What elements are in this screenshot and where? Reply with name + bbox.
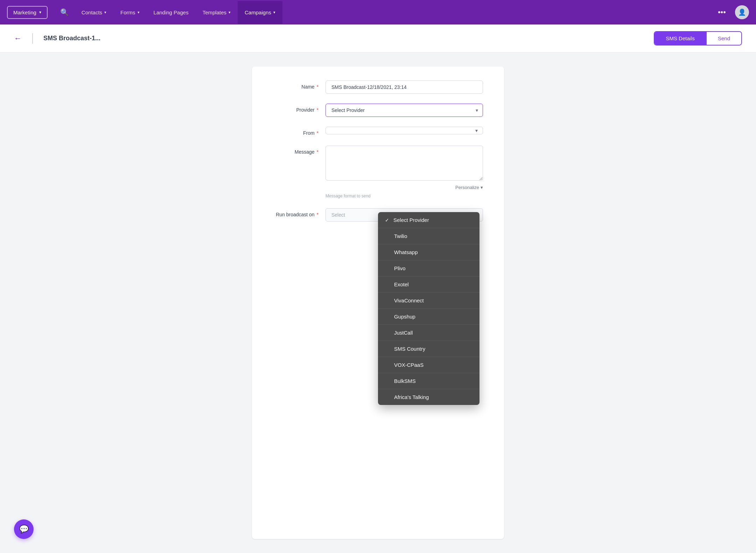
from-label: From * xyxy=(273,127,318,136)
dropdown-item-label: Plivo xyxy=(394,265,406,271)
marketing-label: Marketing xyxy=(13,9,36,15)
dropdown-item-3[interactable]: Plivo xyxy=(378,260,479,276)
message-col: Personalize ▾ Message format to send xyxy=(326,146,483,198)
dropdown-item-1[interactable]: Twilio xyxy=(378,228,479,244)
dropdown-item-label: JustCall xyxy=(394,330,413,336)
contacts-label: Contacts xyxy=(82,9,102,15)
dropdown-item-label: Select Provider xyxy=(393,217,429,223)
personalize-bar: Personalize ▾ xyxy=(326,185,483,190)
from-chevron-icon: ▾ xyxy=(475,128,478,133)
chat-bubble-button[interactable]: 💬 xyxy=(14,519,34,539)
contacts-chevron-icon: ▾ xyxy=(104,10,106,15)
dropdown-item-label: Twilio xyxy=(394,233,407,239)
dropdown-item-label: Exotel xyxy=(394,281,409,287)
dropdown-item-7[interactable]: JustCall xyxy=(378,325,479,341)
header-divider xyxy=(32,33,33,44)
campaigns-label: Campaigns xyxy=(245,9,271,15)
search-icon: 🔍 xyxy=(60,8,69,16)
forms-label: Forms xyxy=(120,9,135,15)
dropdown-item-label: Gupshup xyxy=(394,314,415,320)
from-row: From * ▾ xyxy=(273,127,483,136)
dropdown-item-8[interactable]: SMS Country xyxy=(378,341,479,357)
dropdown-item-label: Whatsapp xyxy=(394,249,418,255)
name-row: Name * xyxy=(273,80,483,94)
back-icon: ← xyxy=(14,34,22,43)
provider-required: * xyxy=(317,107,318,113)
campaigns-chevron-icon: ▾ xyxy=(273,10,275,15)
templates-chevron-icon: ▾ xyxy=(229,10,231,15)
main-content: Name * Provider * Select Provider ▾ ✓Sel… xyxy=(0,52,756,553)
from-select[interactable]: ▾ xyxy=(326,127,483,134)
user-avatar[interactable]: 👤 xyxy=(735,5,749,19)
provider-label: Provider * xyxy=(273,104,318,113)
check-icon: ✓ xyxy=(385,217,389,223)
more-icon: ••• xyxy=(718,8,726,16)
broadcast-label: Run broadcast on * xyxy=(273,208,318,217)
broadcast-placeholder: Select xyxy=(331,212,345,218)
templates-label: Templates xyxy=(203,9,226,15)
dropdown-item-6[interactable]: Gupshup xyxy=(378,309,479,325)
dropdown-item-label: Africa's Talking xyxy=(394,394,429,400)
from-required: * xyxy=(317,130,318,136)
name-required: * xyxy=(317,84,318,90)
search-button[interactable]: 🔍 xyxy=(55,5,75,19)
message-required: * xyxy=(317,149,318,155)
landing-pages-label: Landing Pages xyxy=(154,9,189,15)
provider-dropdown: ✓Select ProviderTwilioWhatsappPlivoExote… xyxy=(378,212,479,405)
page-title: SMS Broadcast-1... xyxy=(43,35,647,42)
broadcast-required: * xyxy=(317,212,318,217)
tab-sms-details[interactable]: SMS Details xyxy=(654,32,706,45)
forms-chevron-icon: ▾ xyxy=(138,10,140,15)
dropdown-item-label: BulkSMS xyxy=(394,378,416,384)
tab-send[interactable]: Send xyxy=(707,32,741,45)
nav-link-contacts[interactable]: Contacts ▾ xyxy=(75,1,113,24)
nav-link-forms[interactable]: Forms ▾ xyxy=(113,1,147,24)
tabs-container: SMS Details Send xyxy=(654,31,742,46)
provider-select[interactable]: Select Provider ▾ xyxy=(326,104,483,117)
dropdown-item-label: SMS Country xyxy=(394,346,425,352)
provider-selected-value: Select Provider xyxy=(331,107,365,113)
provider-chevron-icon: ▾ xyxy=(476,107,478,113)
nav-link-templates[interactable]: Templates ▾ xyxy=(196,1,238,24)
page-header: ← SMS Broadcast-1... SMS Details Send xyxy=(0,24,756,52)
dropdown-item-2[interactable]: Whatsapp xyxy=(378,244,479,260)
dropdown-item-0[interactable]: ✓Select Provider xyxy=(378,212,479,228)
dropdown-item-label: VOX-CPaaS xyxy=(394,362,424,368)
dropdown-item-4[interactable]: Exotel xyxy=(378,276,479,293)
dropdown-item-10[interactable]: BulkSMS xyxy=(378,373,479,389)
marketing-dropdown-button[interactable]: Marketing ▾ xyxy=(7,6,48,19)
sms-details-tab-label: SMS Details xyxy=(666,35,695,41)
personalize-label: Personalize xyxy=(455,185,479,190)
marketing-chevron-icon: ▾ xyxy=(39,10,41,15)
nav-link-landing-pages[interactable]: Landing Pages xyxy=(147,1,196,24)
dropdown-item-11[interactable]: Africa's Talking xyxy=(378,389,479,405)
personalize-button[interactable]: Personalize ▾ xyxy=(455,185,483,190)
name-label: Name * xyxy=(273,80,318,90)
nav-links: Contacts ▾ Forms ▾ Landing Pages Templat… xyxy=(75,1,712,24)
send-tab-label: Send xyxy=(718,35,730,41)
avatar-icon: 👤 xyxy=(738,8,746,16)
message-row: Message * Personalize ▾ Message format t… xyxy=(273,146,483,198)
dropdown-item-5[interactable]: VivaConnect xyxy=(378,293,479,309)
from-select-wrapper: ▾ xyxy=(326,127,483,134)
nav-link-campaigns[interactable]: Campaigns ▾ xyxy=(238,1,282,24)
form-card: Name * Provider * Select Provider ▾ ✓Sel… xyxy=(252,66,504,539)
dropdown-item-9[interactable]: VOX-CPaaS xyxy=(378,357,479,373)
dropdown-item-label: VivaConnect xyxy=(394,298,424,303)
back-button[interactable]: ← xyxy=(14,34,22,43)
provider-row: Provider * Select Provider ▾ ✓Select Pro… xyxy=(273,104,483,117)
top-navigation: Marketing ▾ 🔍 Contacts ▾ Forms ▾ Landing… xyxy=(0,0,756,24)
personalize-chevron-icon: ▾ xyxy=(481,185,483,190)
message-textarea[interactable] xyxy=(326,146,483,181)
provider-select-wrapper: Select Provider ▾ ✓Select ProviderTwilio… xyxy=(326,104,483,117)
message-label: Message * xyxy=(273,146,318,155)
nav-more-button[interactable]: ••• xyxy=(712,5,732,20)
chat-bubble-icon: 💬 xyxy=(19,525,29,534)
name-input[interactable] xyxy=(326,80,483,94)
format-note: Message format to send xyxy=(326,194,483,198)
